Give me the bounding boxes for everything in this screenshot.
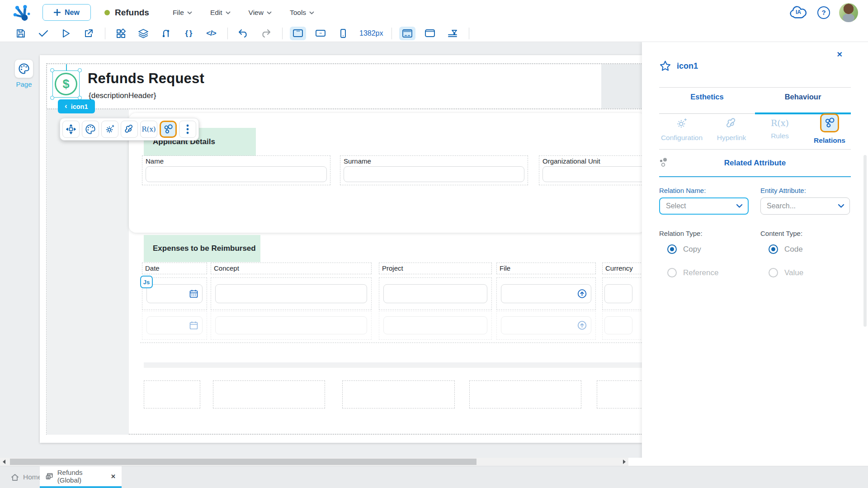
footer-placeholder-cell[interactable] — [144, 380, 200, 408]
field-organizational-unit-input[interactable] — [542, 166, 642, 182]
field-organizational-unit[interactable]: Organizational Unit — [539, 155, 642, 185]
column-header-currency[interactable]: Currency — [602, 263, 642, 274]
project-input[interactable] — [383, 284, 487, 303]
undo-button[interactable] — [235, 27, 251, 40]
expense-row1-concept-cell[interactable] — [211, 277, 372, 310]
column-header-concept[interactable]: Concept — [211, 263, 372, 274]
concept-input[interactable] — [215, 316, 367, 334]
menu-file[interactable]: File — [173, 9, 192, 17]
tab-behaviour[interactable]: Behaviour — [755, 93, 851, 101]
widgets-button[interactable] — [113, 27, 129, 40]
applicant-details-card[interactable]: Applicant Details Name Surname Organizat… — [129, 113, 642, 233]
scroll-left-arrow-icon[interactable] — [3, 460, 5, 464]
move-button[interactable] — [62, 121, 80, 138]
ai-assistant-button[interactable]: IA — [788, 5, 808, 20]
expense-row1-file-cell[interactable] — [496, 277, 596, 310]
selected-element-badge[interactable]: ‹ icon1 — [58, 99, 95, 113]
column-header-date[interactable]: Date — [142, 263, 207, 274]
panel-scrollbar[interactable] — [863, 155, 867, 327]
rules-button[interactable]: R(x) — [140, 121, 157, 138]
currency-input[interactable] — [604, 316, 632, 334]
expense-row2-project-cell[interactable] — [379, 311, 492, 340]
calendar-icon[interactable] — [189, 290, 198, 298]
style-button[interactable] — [82, 121, 99, 138]
form-canvas[interactable]: $ Refunds Request {descriptionHeader} ‹ … — [40, 55, 642, 443]
layout-panels-button[interactable] — [399, 27, 415, 40]
hyperlink-button[interactable] — [121, 121, 138, 138]
expenses-section-title[interactable]: Expenses to be Reimbursed — [144, 235, 260, 262]
validate-button[interactable] — [35, 27, 52, 40]
project-input[interactable] — [383, 316, 487, 334]
form-left-column[interactable] — [47, 109, 129, 435]
field-surname[interactable]: Surname — [340, 155, 528, 185]
new-button[interactable]: New — [42, 4, 91, 21]
scrollbar-thumb[interactable] — [10, 459, 476, 465]
date-input[interactable] — [146, 316, 203, 334]
tab-refunds-global[interactable]: Refunds (Global) ✕ — [40, 466, 122, 488]
date-input[interactable] — [146, 284, 203, 303]
radio-selected-icon[interactable] — [769, 244, 778, 254]
radio-unselected-icon[interactable] — [769, 268, 778, 277]
filter-button[interactable] — [444, 27, 461, 40]
header-image-placeholder[interactable] — [601, 64, 642, 108]
upload-icon[interactable] — [577, 321, 587, 330]
preview-button[interactable] — [58, 27, 74, 40]
user-avatar[interactable] — [839, 3, 858, 22]
radio-selected-icon[interactable] — [667, 244, 677, 254]
selection-handle[interactable] — [50, 68, 54, 72]
window-button[interactable] — [422, 27, 438, 40]
upload-icon[interactable] — [577, 289, 587, 299]
scroll-right-arrow-icon[interactable] — [623, 460, 626, 464]
selected-icon-element[interactable]: $ — [52, 70, 80, 98]
app-logo-icon[interactable] — [12, 2, 33, 23]
redo-button[interactable] — [258, 27, 274, 40]
panel-nav-relations[interactable]: Relations — [805, 117, 854, 145]
radio-copy[interactable]: Copy — [667, 244, 701, 254]
expense-row1-project-cell[interactable] — [379, 277, 492, 310]
file-input[interactable] — [501, 316, 591, 334]
menu-tools[interactable]: Tools — [290, 9, 314, 17]
expense-row2-concept-cell[interactable] — [211, 311, 372, 340]
more-options-button[interactable] — [179, 121, 196, 138]
expense-row1-currency-cell[interactable] — [602, 277, 642, 310]
mobile-view-button[interactable] — [335, 27, 351, 40]
column-header-project[interactable]: Project — [379, 263, 492, 274]
help-button[interactable]: ? — [817, 6, 830, 19]
footer-placeholder-cell[interactable] — [342, 380, 455, 408]
panel-nav-hyperlink[interactable]: Hyperlink — [707, 117, 756, 142]
expense-row2-currency-cell[interactable] — [602, 311, 642, 340]
footer-placeholder-cell[interactable] — [469, 380, 581, 408]
expense-row2-file-cell[interactable] — [496, 311, 596, 340]
expense-row2-date-cell[interactable] — [142, 311, 207, 340]
flow-button[interactable] — [158, 27, 174, 40]
radio-unselected-icon[interactable] — [667, 268, 677, 277]
file-input[interactable] — [501, 284, 591, 303]
currency-input[interactable] — [604, 284, 632, 303]
braces-button[interactable]: { } — [180, 27, 197, 40]
footer-placeholder-cell[interactable] — [213, 380, 325, 408]
radio-reference[interactable]: Reference — [667, 268, 718, 277]
configuration-button[interactable] — [101, 121, 118, 138]
js-script-badge[interactable]: Js — [140, 276, 153, 288]
panel-nav-rules[interactable]: R(x) Rules — [755, 117, 805, 140]
selection-handle[interactable] — [78, 68, 82, 72]
relation-name-select[interactable]: Select — [659, 197, 749, 215]
layers-button[interactable] — [135, 27, 151, 40]
radio-code[interactable]: Code — [769, 244, 803, 254]
panel-close-button[interactable]: ✕ — [837, 50, 843, 59]
panel-nav-configuration[interactable]: Configuration — [657, 117, 707, 142]
footer-placeholder-cell[interactable] — [597, 380, 642, 408]
concept-input[interactable] — [215, 284, 367, 303]
entity-attribute-select[interactable]: Search... — [760, 197, 850, 215]
column-header-file[interactable]: File — [496, 263, 596, 274]
tablet-view-button[interactable] — [312, 27, 329, 40]
field-surname-input[interactable] — [344, 166, 524, 182]
desktop-view-button[interactable] — [290, 27, 306, 40]
field-name[interactable]: Name — [142, 155, 330, 185]
source-code-button[interactable]: </> — [203, 27, 219, 40]
horizontal-scrollbar[interactable] — [0, 458, 628, 466]
menu-view[interactable]: View — [249, 9, 272, 17]
menu-edit[interactable]: Edit — [210, 9, 231, 17]
tab-close-icon[interactable]: ✕ — [111, 473, 116, 480]
star-icon[interactable] — [659, 60, 671, 72]
